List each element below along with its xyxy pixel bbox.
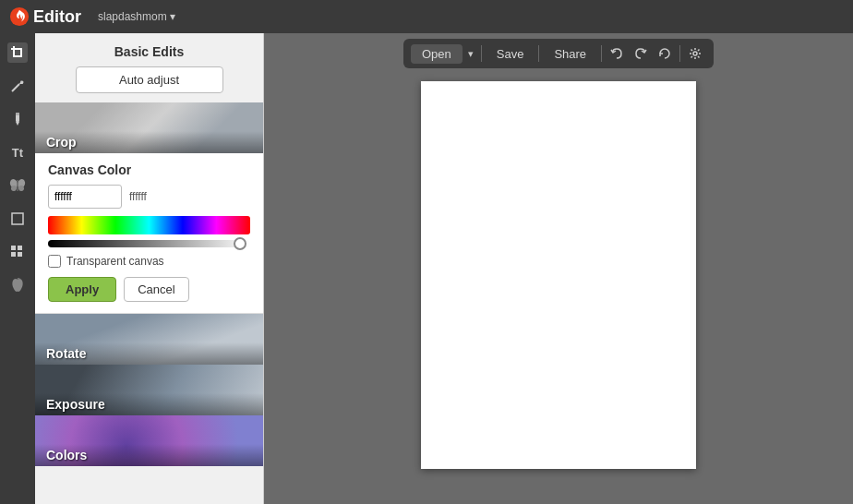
main-area: Tt xyxy=(0,33,853,504)
canvas-area: Open ▾ Save Share xyxy=(264,33,853,504)
wand-tool-icon[interactable] xyxy=(7,76,28,96)
canvas-toolbar-inner: Open ▾ Save Share xyxy=(403,39,714,68)
canvas-color-section: Canvas Color ffffff Transparent canvas A… xyxy=(35,153,263,314)
svg-rect-20 xyxy=(18,252,22,257)
svg-point-7 xyxy=(21,81,24,84)
app-title: Editor xyxy=(33,7,81,27)
section-item-colors[interactable]: Colors xyxy=(35,415,263,466)
undo-button[interactable] xyxy=(606,42,628,65)
toolbar-divider-2 xyxy=(538,45,539,62)
crop-tool-icon[interactable] xyxy=(7,42,28,63)
app-logo-icon xyxy=(9,6,30,27)
left-panel: Basic Edits Auto adjust Crop Canvas Colo… xyxy=(35,33,264,504)
cancel-button[interactable]: Cancel xyxy=(124,277,188,302)
open-dropdown-icon[interactable]: ▾ xyxy=(464,48,477,60)
transparent-canvas-label: Transparent canvas xyxy=(66,255,164,268)
transparent-row: Transparent canvas xyxy=(48,255,250,268)
apply-button[interactable]: Apply xyxy=(48,277,116,302)
butterfly-tool-icon[interactable] xyxy=(7,175,28,196)
dropdown-arrow-icon: ▾ xyxy=(170,10,175,23)
canvas-toolbar: Open ▾ Save Share xyxy=(264,33,853,74)
panel-title: Basic Edits xyxy=(35,33,263,66)
refresh-button[interactable] xyxy=(654,42,676,65)
svg-rect-16 xyxy=(12,213,23,224)
exposure-section-label: Exposure xyxy=(35,393,263,415)
action-buttons: Apply Cancel xyxy=(48,277,250,302)
transparent-canvas-checkbox[interactable] xyxy=(48,255,61,268)
svg-rect-10 xyxy=(16,113,19,115)
brightness-thumb[interactable] xyxy=(234,237,246,250)
section-item-exposure[interactable]: Exposure xyxy=(35,365,263,415)
color-hex-display: ffffff xyxy=(129,190,147,203)
auto-adjust-button[interactable]: Auto adjust xyxy=(76,66,223,93)
section-item-rotate[interactable]: Rotate xyxy=(35,314,263,365)
brightness-bar[interactable] xyxy=(48,240,250,247)
section-item-crop[interactable]: Crop xyxy=(35,102,263,153)
svg-rect-4 xyxy=(20,48,22,57)
toolbar-divider-1 xyxy=(481,45,482,62)
toolbar-divider-4 xyxy=(679,45,680,62)
color-hex-input[interactable] xyxy=(48,185,122,209)
svg-rect-3 xyxy=(11,48,20,50)
svg-point-21 xyxy=(693,52,697,55)
save-button[interactable]: Save xyxy=(486,44,535,64)
toolbar-divider-3 xyxy=(601,45,602,62)
crop-section-label: Crop xyxy=(35,131,263,153)
brightness-bar-container xyxy=(48,240,250,247)
svg-marker-9 xyxy=(16,122,19,126)
user-area[interactable]: slapdashmom ▾ xyxy=(98,10,175,23)
logo-area: Editor xyxy=(9,6,81,27)
text-icon-label: Tt xyxy=(12,146,23,160)
color-input-row: ffffff xyxy=(48,185,250,209)
rect-tool-icon[interactable] xyxy=(7,209,28,229)
svg-rect-1 xyxy=(13,46,15,55)
left-toolbar: Tt xyxy=(0,33,35,504)
canvas-color-title: Canvas Color xyxy=(48,162,250,177)
rotate-section-label: Rotate xyxy=(35,342,263,365)
text-tool-icon[interactable]: Tt xyxy=(7,142,28,162)
open-button[interactable]: Open xyxy=(411,44,463,64)
svg-line-5 xyxy=(12,84,19,91)
share-button[interactable]: Share xyxy=(543,44,597,64)
svg-rect-18 xyxy=(18,246,22,250)
color-gradient-bar[interactable] xyxy=(48,216,250,234)
white-canvas xyxy=(421,81,696,469)
settings-button[interactable] xyxy=(684,42,706,65)
grid-tool-icon[interactable] xyxy=(7,242,28,262)
apple-tool-icon[interactable] xyxy=(7,275,28,295)
pencil-tool-icon[interactable] xyxy=(7,109,28,129)
top-bar: Editor slapdashmom ▾ xyxy=(0,0,853,33)
svg-rect-19 xyxy=(11,252,16,257)
svg-rect-17 xyxy=(11,246,16,250)
redo-button[interactable] xyxy=(630,42,652,65)
username: slapdashmom xyxy=(98,10,167,23)
colors-section-label: Colors xyxy=(35,444,263,466)
